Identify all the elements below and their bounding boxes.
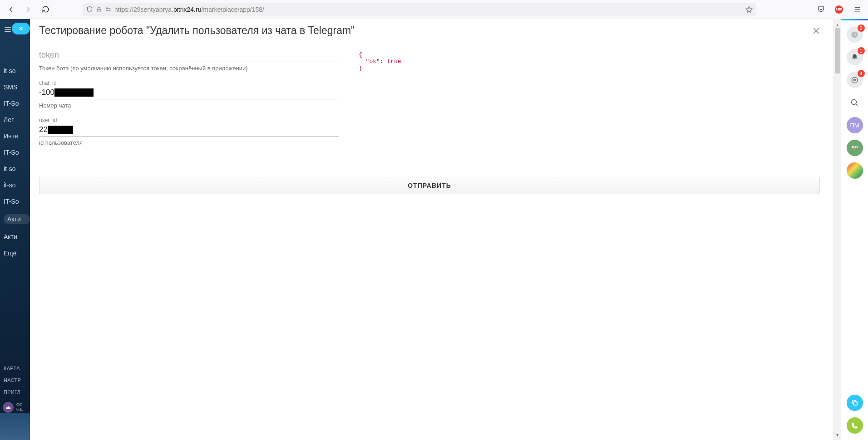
sidebar-item[interactable]: Инте (4, 132, 30, 140)
lock-icon (96, 6, 102, 13)
modal-header: Тестирование робота "Удалить пользовател… (39, 24, 833, 37)
close-sidebar-pill[interactable] (12, 23, 30, 34)
response-json: { "ok": true } (357, 49, 833, 154)
url-prefix: https://29sentyabrya. (114, 6, 173, 13)
right-rail: ? 2 1 4 ПМ (841, 19, 868, 440)
rail-chat-button[interactable]: 4 (847, 72, 863, 88)
browser-toolbar: https://29sentyabrya.bitrix24.ru/marketp… (0, 0, 868, 19)
modal-close-button[interactable] (812, 26, 821, 35)
reload-button[interactable] (38, 2, 53, 17)
address-bar[interactable]: https://29sentyabrya.bitrix24.ru/marketp… (83, 3, 756, 16)
forward-button[interactable] (21, 2, 35, 17)
chat-lines-icon (851, 76, 858, 84)
url-text: https://29sentyabrya.bitrix24.ru/marketp… (114, 6, 743, 13)
scroll-track[interactable] (834, 28, 841, 431)
sidebar-item[interactable]: SMS (4, 83, 30, 91)
owl-icon (850, 143, 860, 153)
token-help: Токен бота (по умолчанию используется то… (39, 65, 339, 72)
sidebar-item-active[interactable]: Акти (4, 214, 30, 224)
sidebar-lower-item[interactable]: КАРТА (4, 366, 21, 371)
bookmark-star-icon[interactable] (745, 6, 753, 13)
bell-badge: 1 (858, 47, 865, 54)
chat-id-label: chat_id (39, 80, 339, 86)
rail-contact-flowers[interactable] (847, 162, 863, 179)
crown-icon (3, 402, 14, 413)
svg-point-3 (109, 10, 110, 11)
sidebar-item[interactable]: IT-So (4, 198, 30, 205)
abp-button[interactable]: ABP (832, 2, 846, 17)
phone-icon (851, 422, 858, 429)
user-id-input[interactable]: 22 (39, 124, 339, 137)
sidebar-item[interactable]: Акти (4, 233, 30, 240)
reload-icon (42, 5, 49, 13)
sidebar-item[interactable]: it-so (4, 181, 30, 189)
sidebar-item[interactable]: Лег (4, 116, 30, 123)
sidebar-item[interactable]: it-so (4, 165, 30, 172)
rail-user-avatar[interactable]: ПМ (847, 117, 863, 133)
field-token: token Токен бота (по умолчанию используе… (39, 49, 339, 72)
token-input[interactable]: token (39, 49, 339, 62)
user-id-value-visible: 22 (39, 125, 48, 134)
scroll-down-icon[interactable]: ▾ (836, 431, 838, 438)
rail-search-button[interactable] (847, 94, 863, 111)
chat-id-input[interactable]: -100 (39, 87, 339, 99)
sidebar-lower-item[interactable]: НАСТР (4, 377, 21, 383)
chat-id-redacted (54, 88, 94, 97)
close-icon (18, 26, 24, 31)
user-id-label: user_id (39, 117, 339, 123)
svg-point-25 (853, 147, 853, 147)
browser-right-tools: ABP (814, 2, 864, 17)
search-icon (850, 98, 859, 107)
sidebar-lower: КАРТА НАСТР ПРИГЛ (4, 366, 21, 395)
scroll-up-icon[interactable]: ▴ (836, 21, 838, 28)
left-sidebar: it-so SMS IT-So Лег Инте IT-So it-so it-… (0, 19, 30, 440)
sidebar-item-more[interactable]: Ещё (4, 249, 30, 257)
svg-point-1 (106, 8, 108, 9)
plan-text: ОС 6 Д (16, 403, 23, 412)
avatar-initials: ПМ (850, 122, 859, 129)
modal-title: Тестирование робота "Удалить пользовател… (39, 24, 355, 37)
submit-button[interactable]: ОТПРАВИТЬ (39, 177, 820, 194)
pocket-button[interactable] (814, 2, 828, 17)
content-scrollbar[interactable]: ▴ ▾ (833, 19, 841, 440)
help-badge: 2 (858, 24, 865, 32)
token-placeholder: token (39, 50, 59, 60)
main-area: Тестирование робота "Удалить пользовател… (30, 19, 841, 440)
chat-id-help: Номер чата (39, 102, 339, 109)
arrow-left-icon (7, 5, 15, 14)
svg-rect-0 (97, 9, 101, 12)
app-body: it-so SMS IT-So Лег Инте IT-So it-so it-… (0, 19, 868, 440)
form-left: token Токен бота (по умолчанию используе… (39, 49, 339, 154)
rail-contact-owl[interactable] (847, 140, 863, 156)
chat-id-value-visible: -100 (39, 88, 54, 97)
sidebar-plan-row[interactable]: ОС 6 Д (3, 402, 23, 413)
arrow-right-icon (24, 5, 32, 14)
sidebar-items: it-so SMS IT-So Лег Инте IT-So it-so it-… (0, 67, 30, 257)
rail-help-button[interactable]: ? 2 (847, 26, 863, 43)
sidebar-item[interactable]: IT-So (4, 100, 30, 107)
field-chat-id: chat_id -100 Номер чата (39, 80, 339, 109)
help-icon: ? (851, 31, 858, 39)
user-id-help: id пользователя (39, 139, 339, 146)
sidebar-item[interactable]: it-so (4, 67, 30, 74)
back-button[interactable] (4, 2, 18, 17)
app-menu-button[interactable] (850, 2, 864, 17)
sidebar-item[interactable]: IT-So (4, 149, 30, 156)
hamburger-icon (4, 25, 12, 34)
bell-icon (851, 54, 858, 61)
rail-copy-button[interactable] (847, 395, 863, 411)
svg-rect-28 (852, 401, 856, 404)
sidebar-menu-toggle[interactable] (4, 25, 12, 34)
scroll-thumb[interactable] (835, 28, 840, 73)
svg-rect-27 (853, 401, 857, 405)
svg-point-18 (852, 77, 858, 83)
close-icon (812, 26, 821, 35)
sidebar-lower-item[interactable]: ПРИГЛ (4, 389, 21, 395)
rail-call-button[interactable] (847, 417, 863, 434)
rail-notifications-button[interactable]: 1 (847, 49, 863, 65)
rail-bottom (847, 395, 863, 434)
field-user-id: user_id 22 id пользователя (39, 117, 339, 146)
url-path: /marketplace/app/158/ (201, 6, 264, 13)
svg-marker-5 (746, 6, 752, 12)
submit-wrap: ОТПРАВИТЬ (39, 177, 833, 194)
